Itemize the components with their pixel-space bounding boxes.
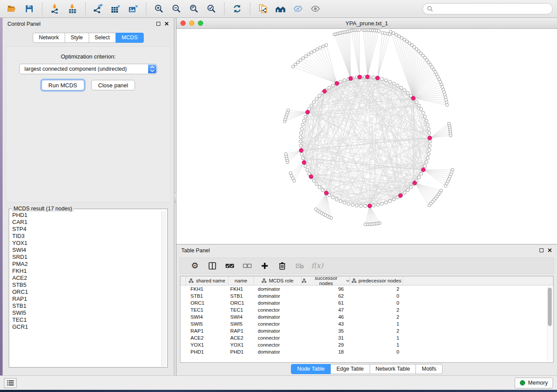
open-file-icon[interactable]	[4, 2, 19, 16]
criterion-select[interactable]: largest connected component (undirected)	[19, 64, 157, 74]
result-item[interactable]: SWI4	[10, 247, 160, 254]
result-item[interactable]: SWI5	[10, 309, 160, 316]
cell-c3: dominator	[254, 286, 302, 292]
run-mcds-button[interactable]: Run MCDS	[42, 80, 84, 90]
import-table-icon[interactable]	[65, 2, 80, 16]
node-table: shared namenameMCDS rolesuccessor nodesp…	[180, 276, 554, 363]
table-scrollbar-thumb[interactable]	[548, 288, 552, 326]
table-row[interactable]: YOX1YOX1connector291	[180, 341, 553, 348]
network-window-titlebar[interactable]: YPA_prune.txt_1	[176, 18, 557, 29]
column-header-name[interactable]: name	[228, 276, 254, 285]
memory-button[interactable]: Memory	[515, 378, 553, 389]
float-table-panel-icon[interactable]	[540, 248, 543, 252]
result-item[interactable]: GCR1	[10, 323, 160, 330]
delete-table-icon[interactable]	[291, 259, 308, 272]
cell-c3: connector	[254, 342, 302, 347]
table-row[interactable]: SWI4SWI4dominator462	[180, 313, 553, 320]
table-row[interactable]: ORC1ORC1dominator610	[180, 299, 553, 306]
zoom-out-icon[interactable]	[169, 2, 184, 16]
table-settings-gear-icon[interactable]: ⚙	[186, 259, 204, 272]
control-panel: Control Panel ✕ NetworkStyleSelectMCDS O…	[3, 18, 174, 375]
result-item[interactable]: PMA2	[10, 261, 160, 268]
result-item[interactable]: ORC1	[10, 289, 160, 296]
table-row[interactable]: RAP1RAP1dominator352	[180, 327, 553, 334]
cell-c5: 2	[350, 286, 403, 292]
export-network-icon[interactable]	[91, 2, 106, 16]
export-table-icon[interactable]	[108, 2, 123, 16]
table-scrollbar[interactable]	[547, 286, 552, 361]
import-network-icon[interactable]	[48, 2, 62, 16]
zoom-selected-icon[interactable]	[204, 2, 219, 16]
close-panel-button[interactable]: Close panel	[91, 80, 135, 90]
deselect-all-rows-icon[interactable]	[239, 259, 256, 272]
column-header-predecessor-nodes[interactable]: predecessor nodes	[350, 276, 403, 285]
table-row[interactable]: STB1STB1dominator620	[180, 292, 553, 299]
show-columns-icon[interactable]	[204, 259, 221, 272]
save-session-icon[interactable]	[22, 2, 37, 16]
close-table-panel-icon[interactable]: ✕	[547, 248, 552, 252]
memory-button-label: Memory	[528, 380, 548, 386]
table-row[interactable]: ACE2ACE2connector311	[180, 334, 553, 341]
create-column-icon[interactable]	[256, 259, 273, 272]
tab-mcds[interactable]: MCDS	[116, 33, 144, 43]
table-row[interactable]: PHD1PHD1dominator180	[180, 348, 553, 355]
network-canvas[interactable]	[176, 29, 557, 244]
network-graph-svg	[176, 29, 556, 244]
export-image-icon[interactable]	[126, 2, 141, 16]
table-row[interactable]: FKH1FKH1dominator962	[180, 285, 553, 292]
delete-column-icon[interactable]	[273, 259, 291, 272]
table-row[interactable]: TEC1TEC1connector472	[180, 306, 553, 313]
close-panel-icon[interactable]: ✕	[164, 22, 169, 26]
first-neighbors-icon[interactable]	[273, 2, 288, 16]
zoom-in-icon[interactable]	[152, 2, 166, 16]
float-panel-icon[interactable]	[156, 22, 160, 26]
select-all-rows-icon[interactable]	[221, 259, 239, 272]
column-header-shared-name[interactable]: shared name	[186, 276, 228, 285]
cell-c5: 1	[350, 321, 403, 327]
result-item[interactable]: RAP1	[10, 296, 160, 303]
result-item[interactable]: SRD1	[10, 254, 160, 261]
cell-c2: TEC1	[228, 307, 254, 313]
cell-c2: ACE2	[228, 335, 254, 340]
cell-c5: 0	[350, 293, 403, 299]
result-item[interactable]: ACE2	[10, 275, 160, 282]
result-item[interactable]: CAR1	[10, 219, 160, 226]
panel-splitter[interactable]	[174, 18, 176, 375]
show-all-icon[interactable]	[308, 2, 323, 16]
splitter-handle-icon[interactable]	[174, 193, 176, 203]
refresh-icon[interactable]	[230, 2, 245, 16]
tab-style[interactable]: Style	[65, 33, 89, 43]
network-view-window: YPA_prune.txt_1	[176, 18, 557, 244]
search-input[interactable]	[436, 6, 548, 12]
window-maximize-icon[interactable]	[198, 21, 203, 26]
cell-c3: connector	[254, 321, 302, 327]
result-item[interactable]: STB1	[10, 303, 160, 309]
column-header-successor-nodes[interactable]: successor nodes	[302, 276, 350, 285]
tab-network[interactable]: Network	[33, 33, 65, 43]
column-header-MCDS-role[interactable]: MCDS role	[254, 276, 302, 285]
table-tab-node-table[interactable]: Node Table	[291, 364, 331, 374]
window-minimize-icon[interactable]	[189, 21, 194, 26]
result-item[interactable]: YOX1	[10, 240, 160, 247]
show-panels-menu-button[interactable]	[4, 378, 17, 388]
cell-c1: FKH1	[186, 286, 228, 292]
clone-network-icon[interactable]	[256, 2, 270, 16]
result-item[interactable]: PHD1	[10, 212, 160, 219]
result-item[interactable]: TID3	[10, 233, 160, 240]
tab-select[interactable]: Select	[89, 33, 116, 43]
hide-selected-icon[interactable]	[291, 2, 305, 16]
table-tab-motifs[interactable]: Motifs	[416, 364, 442, 374]
table-tab-edge-table[interactable]: Edge Table	[331, 364, 370, 374]
table-tab-network-table[interactable]: Network Table	[370, 364, 416, 374]
result-item[interactable]: FKH1	[10, 268, 160, 275]
window-close-icon[interactable]	[180, 21, 186, 26]
result-list-scrollbar[interactable]	[161, 211, 166, 366]
zoom-fit-icon[interactable]	[187, 2, 201, 16]
cell-c5: 2	[350, 307, 403, 313]
result-item[interactable]: TEC1	[10, 316, 160, 323]
result-item[interactable]: STB5	[10, 282, 160, 289]
result-item[interactable]: STP4	[10, 226, 160, 233]
table-row[interactable]: SWI5SWI5connector431	[180, 320, 553, 327]
cell-c2: ORC1	[228, 300, 254, 306]
search-box[interactable]	[422, 3, 553, 14]
